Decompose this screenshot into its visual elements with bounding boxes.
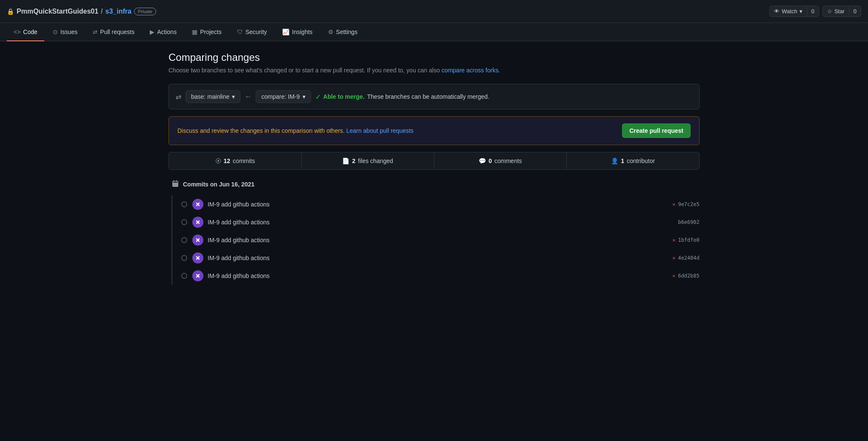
files-label: files changed: [358, 158, 393, 164]
commit-hash-link[interactable]: 4e2404d: [678, 255, 700, 261]
nav-tabs: <> Code ⊙ Issues ⇄ Pull requests ▶ Actio…: [0, 23, 868, 41]
tab-insights[interactable]: 📈 Insights: [275, 23, 319, 41]
base-branch-label: base: mainline: [191, 93, 229, 100]
commit-timeline-line: [171, 195, 172, 285]
commit-item: IM-9 add github actionsb6e6902: [181, 213, 700, 231]
commit-hash-link[interactable]: 9e7c2e5: [678, 201, 700, 207]
tab-projects-label: Projects: [200, 29, 222, 35]
tab-settings[interactable]: ⚙ Settings: [321, 23, 365, 41]
commit-message: IM-9 add github actions: [208, 255, 672, 261]
avatar: [192, 217, 203, 228]
commits-icon: ⦿: [215, 158, 221, 164]
watch-btn-group: 👁 Watch ▾ 0: [769, 6, 819, 17]
commit-dot: [181, 201, 187, 207]
compare-across-forks-link[interactable]: compare across forks.: [442, 67, 500, 74]
stat-commits: ⦿ 12 commits: [169, 152, 302, 169]
header-left: 🔒 PmmQuickStartGuides01 / s3_infra Priva…: [7, 8, 156, 15]
commit-x-icon: ✕: [672, 255, 675, 261]
files-count: 2: [352, 158, 355, 164]
main-content: Comparing changes Choose two branches to…: [162, 41, 706, 295]
commit-message: IM-9 add github actions: [208, 272, 672, 279]
commits-section: Commits on Jun 16, 2021 IM-9 add github …: [168, 180, 700, 285]
code-icon: <>: [14, 29, 20, 35]
private-badge: Private: [134, 8, 156, 15]
tab-pull-requests[interactable]: ⇄ Pull requests: [86, 23, 141, 41]
compare-branch-chevron-icon: ▾: [303, 93, 306, 100]
repo-name: s3_infra: [106, 8, 131, 15]
tab-projects[interactable]: ▦ Projects: [185, 23, 228, 41]
avatar: [192, 252, 203, 263]
commits-label: commits: [233, 158, 255, 164]
lock-icon: 🔒: [7, 8, 14, 15]
header: 🔒 PmmQuickStartGuides01 / s3_infra Priva…: [0, 0, 868, 23]
commit-message: IM-9 add github actions: [208, 201, 672, 208]
learn-about-pull-requests-link[interactable]: Learn about pull requests: [346, 127, 414, 134]
actions-icon: ▶: [150, 29, 154, 35]
files-icon: 📄: [342, 158, 349, 164]
pull-requests-icon: ⇄: [93, 29, 97, 35]
commit-hash-area: b6e6902: [678, 219, 700, 225]
create-pull-request-button[interactable]: Create pull request: [622, 123, 691, 138]
commit-hash-area: ✕9e7c2e5: [672, 201, 700, 207]
compare-branch-button[interactable]: compare: IM-9 ▾: [256, 90, 311, 103]
tab-actions-label: Actions: [157, 29, 177, 35]
check-icon: ✓: [315, 93, 321, 101]
stats-bar: ⦿ 12 commits 📄 2 files changed 💬 0 comme…: [168, 152, 700, 170]
base-branch-chevron-icon: ▾: [232, 93, 235, 100]
header-right: 👁 Watch ▾ 0 ☆ Star 0: [769, 6, 861, 17]
tab-issues[interactable]: ⊙ Issues: [46, 23, 84, 41]
commit-hash-area: ✕4e2404d: [672, 255, 700, 261]
commit-dot: [181, 255, 187, 261]
compare-bar: ⇄ base: mainline ▾ ← compare: IM-9 ▾ ✓ A…: [168, 84, 700, 109]
commit-item: IM-9 add github actions✕1bfdfe0: [181, 231, 700, 249]
commit-hash-link[interactable]: 6dd2b85: [678, 273, 700, 279]
page-title: Comparing changes: [168, 52, 700, 63]
contributors-count: 1: [621, 158, 624, 164]
contributors-label: contributor: [627, 158, 655, 164]
comments-label: comments: [494, 158, 522, 164]
eye-icon: 👁: [774, 8, 779, 14]
base-branch-button[interactable]: base: mainline ▾: [186, 90, 240, 103]
comments-count: 0: [488, 158, 492, 164]
commit-x-icon: ✕: [672, 273, 675, 279]
issues-icon: ⊙: [53, 29, 58, 35]
stat-files: 📄 2 files changed: [302, 152, 434, 169]
avatar: [192, 270, 203, 281]
commit-message: IM-9 add github actions: [208, 219, 678, 226]
star-btn-group: ☆ Star 0: [822, 6, 861, 17]
tab-settings-label: Settings: [336, 29, 358, 35]
commit-message: IM-9 add github actions: [208, 237, 672, 243]
commit-dot: [181, 273, 187, 279]
compare-branch-label: compare: IM-9: [261, 93, 300, 100]
tab-insights-label: Insights: [292, 29, 312, 35]
commit-hash-area: ✕6dd2b85: [672, 273, 700, 279]
watch-label: Watch: [782, 8, 797, 14]
compare-arrows-icon: ⇄: [176, 93, 181, 101]
commits-date-label: Commits on Jun 16, 2021: [183, 181, 254, 188]
commit-hash-area: ✕1bfdfe0: [672, 237, 700, 243]
avatar: [192, 235, 203, 246]
commit-hash-link[interactable]: 1bfdfe0: [678, 237, 700, 243]
commit-x-icon: ✕: [672, 237, 675, 243]
tab-actions[interactable]: ▶ Actions: [143, 23, 183, 41]
commit-hash-link[interactable]: b6e6902: [678, 219, 700, 225]
repo-owner: PmmQuickStartGuides01: [17, 8, 98, 15]
commit-dot: [181, 219, 187, 225]
shield-icon: 🛡: [237, 29, 243, 35]
tab-code[interactable]: <> Code: [7, 23, 44, 41]
commit-item: IM-9 add github actions✕4e2404d: [181, 249, 700, 267]
watch-count: 0: [807, 6, 819, 17]
repo-separator: /: [101, 8, 103, 15]
page-subtitle: Choose two branches to see what's change…: [168, 67, 700, 74]
watch-button[interactable]: 👁 Watch ▾: [769, 6, 807, 17]
left-arrow-icon: ←: [245, 93, 251, 100]
commit-dot: [181, 237, 187, 243]
stat-comments: 💬 0 comments: [434, 152, 567, 169]
star-button[interactable]: ☆ Star: [822, 6, 849, 17]
commit-x-icon: ✕: [672, 201, 675, 207]
star-label: Star: [834, 8, 845, 14]
tab-security[interactable]: 🛡 Security: [230, 23, 274, 41]
chevron-down-icon: ▾: [799, 8, 802, 14]
commits-count: 12: [224, 158, 231, 164]
commit-item: IM-9 add github actions✕6dd2b85: [181, 267, 700, 285]
